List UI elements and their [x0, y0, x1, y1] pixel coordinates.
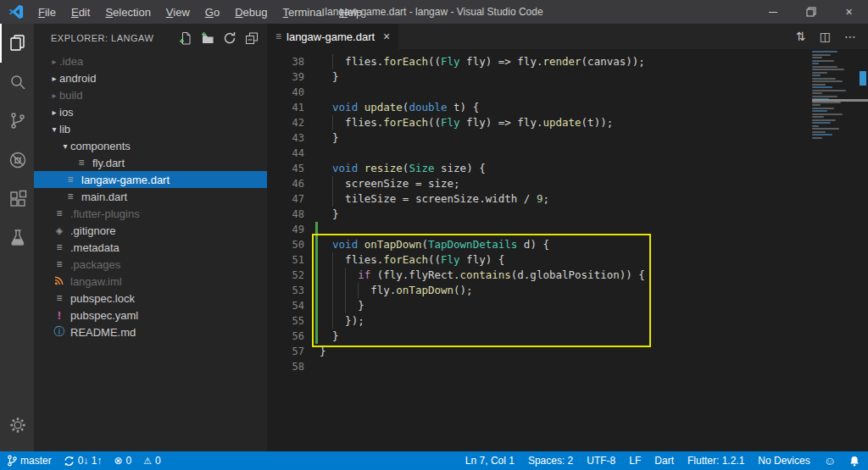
line-number[interactable]: 43	[267, 130, 304, 146]
status-lf[interactable]: LF	[629, 455, 641, 467]
menu-terminal[interactable]: Terminal	[275, 6, 331, 19]
tab-langaw-game-dart[interactable]: ≡ langaw-game.dart ×	[267, 24, 398, 49]
code-line-38[interactable]: 38 flies.forEach((Fly fly) => fly.render…	[267, 54, 868, 69]
line-number[interactable]: 54	[267, 298, 304, 313]
menu-edit[interactable]: Edit	[64, 6, 97, 19]
menu-go[interactable]: Go	[198, 6, 227, 19]
source-control-icon[interactable]	[0, 102, 34, 141]
code-line-45[interactable]: 45 void resize(Size size) {	[267, 161, 868, 176]
tree-item-langaw-iml[interactable]: langaw.iml	[34, 273, 267, 290]
refresh-icon[interactable]	[223, 31, 236, 45]
tree-item-readme-md[interactable]: ⓘREADME.md	[34, 323, 267, 340]
code-line-49[interactable]: 49	[267, 222, 868, 237]
collapse-folders-icon[interactable]	[245, 31, 259, 45]
status-0[interactable]: ⚠0	[143, 455, 161, 467]
code-line-54[interactable]: 54 }	[267, 298, 868, 313]
code-line-53[interactable]: 53 fly.onTapDown();	[267, 283, 868, 298]
tree-item-android[interactable]: ▸android	[34, 69, 267, 86]
line-number[interactable]: 50	[267, 237, 304, 252]
line-number[interactable]: 52	[267, 268, 304, 283]
status-bell-icon[interactable]	[849, 456, 860, 467]
code-line-51[interactable]: 51 flies.forEach((Fly fly) {	[267, 252, 868, 268]
minimap[interactable]	[812, 51, 856, 140]
tree-item--idea[interactable]: ▸.idea	[34, 53, 267, 69]
code-line-52[interactable]: 52 if (fly.flyRect.contains(d.globalPosi…	[267, 268, 868, 283]
status-master[interactable]: master	[7, 455, 52, 467]
line-number[interactable]: 44	[267, 146, 304, 161]
tree-item-lib[interactable]: ▾lib	[34, 120, 267, 137]
debug-disabled-icon[interactable]	[0, 141, 34, 180]
tree-item-langaw-game-dart[interactable]: ≡langaw-game.dart	[34, 171, 267, 188]
line-number[interactable]: 39	[267, 69, 304, 85]
line-number[interactable]: 41	[267, 100, 304, 115]
code-line-46[interactable]: 46 screenSize = size;	[267, 176, 868, 191]
code-line-42[interactable]: 42 flies.forEach((Fly fly) => fly.update…	[267, 115, 868, 130]
line-number[interactable]: 49	[267, 222, 304, 237]
line-number[interactable]: 40	[267, 85, 304, 100]
tree-item--metadata[interactable]: ≡.metadata	[34, 239, 267, 256]
code-line-56[interactable]: 56 }	[267, 329, 868, 344]
tree-item-build[interactable]: ▸build	[34, 86, 267, 103]
menu-debug[interactable]: Debug	[227, 6, 275, 19]
minimap-slider-line[interactable]	[812, 99, 868, 102]
code-editor[interactable]: 38 flies.forEach((Fly fly) => fly.render…	[267, 49, 868, 451]
tree-item-main-dart[interactable]: ≡main.dart	[34, 188, 267, 205]
tree-item--gitignore[interactable]: ◈.gitignore	[34, 222, 267, 239]
new-file-icon[interactable]	[179, 31, 192, 45]
tab-close-icon[interactable]: ×	[383, 30, 390, 43]
close-icon[interactable]: ×	[830, 0, 868, 24]
line-number[interactable]: 42	[267, 115, 304, 130]
code-line-48[interactable]: 48 }	[267, 207, 868, 222]
code-line-44[interactable]: 44	[267, 146, 868, 161]
code-line-57[interactable]: 57}	[267, 344, 868, 359]
menu-help[interactable]: Help	[332, 6, 370, 19]
code-line-43[interactable]: 43 }	[267, 130, 868, 146]
menu-file[interactable]: File	[31, 6, 64, 19]
line-number[interactable]: 45	[267, 161, 304, 176]
status-dart[interactable]: Dart	[654, 455, 674, 467]
tree-item-fly-dart[interactable]: ≡fly.dart	[34, 154, 267, 171]
code-line-47[interactable]: 47 tileSize = screenSize.width / 9;	[267, 191, 868, 207]
status-spaces-2[interactable]: Spaces: 2	[528, 455, 573, 467]
search-icon[interactable]	[0, 63, 34, 102]
line-number[interactable]: 56	[267, 329, 304, 344]
line-number[interactable]: 51	[267, 252, 304, 268]
status-feedback-smiley-icon[interactable]: ☺	[824, 454, 836, 467]
line-number[interactable]: 46	[267, 176, 304, 191]
code-line-40[interactable]: 40	[267, 85, 868, 100]
code-line-50[interactable]: 50 void onTapDown(TapDownDetails d) {	[267, 237, 868, 252]
open-changes-icon[interactable]: ⇅	[796, 30, 806, 43]
tree-item--flutter-plugins[interactable]: ≡.flutter-plugins	[34, 205, 267, 222]
line-number[interactable]: 57	[267, 344, 304, 359]
extensions-icon[interactable]	[0, 180, 34, 218]
restore-icon[interactable]	[792, 0, 830, 24]
settings-gear-icon[interactable]	[0, 406, 34, 445]
line-number[interactable]: 48	[267, 207, 304, 222]
split-editor-icon[interactable]: ◫	[820, 30, 831, 43]
code-line-39[interactable]: 39 }	[267, 69, 868, 85]
line-number[interactable]: 55	[267, 313, 304, 329]
menu-selection[interactable]: Selection	[97, 6, 158, 19]
status-flutter-1-2-1[interactable]: Flutter: 1.2.1	[687, 455, 744, 467]
status-0[interactable]: ⊗0	[114, 455, 131, 467]
line-number[interactable]: 38	[267, 54, 304, 69]
explorer-icon[interactable]	[0, 24, 34, 63]
status-ln-7-col-1[interactable]: Ln 7, Col 1	[465, 455, 515, 467]
code-line-41[interactable]: 41 void update(double t) {	[267, 100, 868, 115]
tree-item--packages[interactable]: ≡.packages	[34, 256, 267, 273]
new-folder-icon[interactable]	[201, 31, 214, 45]
status-utf-8[interactable]: UTF-8	[587, 455, 615, 467]
tree-item-pubspec-lock[interactable]: ≡pubspec.lock	[34, 290, 267, 307]
test-flask-icon[interactable]	[0, 218, 34, 257]
menu-view[interactable]: View	[159, 6, 198, 19]
line-number[interactable]: 58	[267, 359, 304, 374]
tree-item-ios[interactable]: ▸ios	[34, 103, 267, 120]
code-line-58[interactable]: 58	[267, 359, 868, 374]
minimize-icon[interactable]	[754, 0, 792, 24]
line-number[interactable]: 47	[267, 191, 304, 207]
more-actions-icon[interactable]: ⋯	[844, 30, 856, 43]
tree-item-components[interactable]: ▾components	[34, 137, 267, 154]
status-0-1-[interactable]: 0↓ 1↑	[64, 455, 103, 467]
status-no-devices[interactable]: No Devices	[758, 455, 810, 467]
tree-item-pubspec-yaml[interactable]: !pubspec.yaml	[34, 307, 267, 323]
